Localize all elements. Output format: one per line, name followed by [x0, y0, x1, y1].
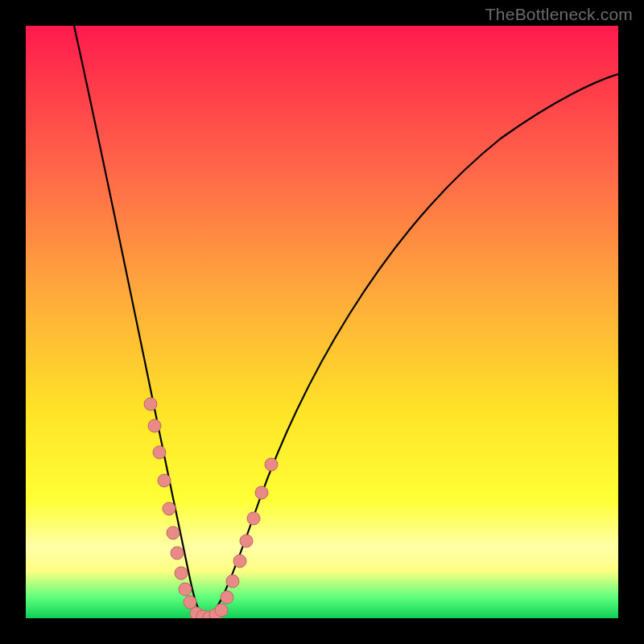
marker-dot	[144, 398, 157, 411]
marker-dot	[247, 512, 260, 525]
marker-dot	[255, 486, 268, 499]
marker-dot	[240, 535, 253, 547]
right-arm-markers	[215, 458, 278, 617]
marker-dot	[215, 604, 228, 617]
marker-dot	[167, 526, 180, 539]
marker-dot	[158, 474, 171, 487]
marker-dot	[171, 547, 184, 559]
marker-dot	[175, 567, 188, 580]
marker-dot	[233, 555, 246, 568]
plot-area	[26, 26, 618, 618]
bottleneck-curve	[74, 26, 618, 617]
marker-dot	[148, 419, 161, 432]
marker-dot	[163, 502, 175, 515]
marker-dot	[265, 458, 278, 471]
marker-dot	[179, 583, 192, 596]
marker-dot	[226, 575, 239, 588]
watermark-text: TheBottleneck.com	[485, 5, 633, 24]
chart-svg	[26, 26, 618, 618]
marker-dot	[221, 591, 233, 604]
marker-dot	[184, 596, 196, 609]
marker-dot	[153, 446, 166, 459]
chart-frame: TheBottleneck.com	[0, 0, 644, 644]
left-arm-markers	[144, 398, 196, 609]
